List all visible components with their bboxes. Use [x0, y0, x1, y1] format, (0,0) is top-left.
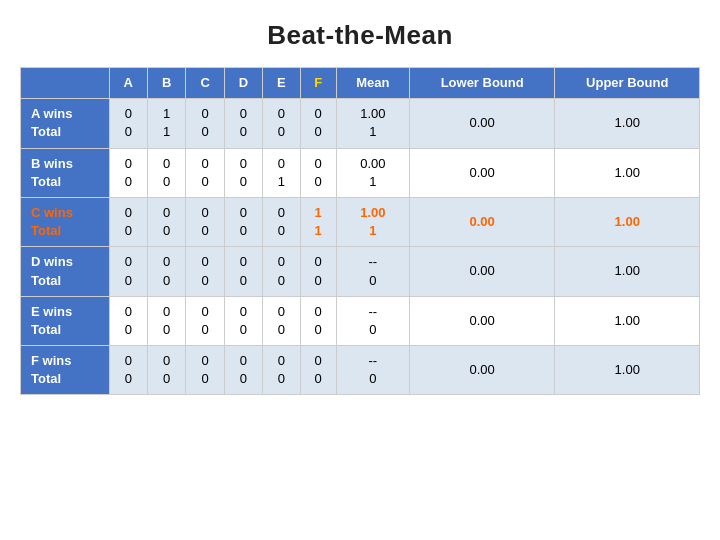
main-table: A B C D E F Mean Lower Bound Upper Bound… [20, 67, 700, 395]
cell-c: 0 0 [186, 197, 224, 246]
cell-d: 0 0 [224, 99, 262, 148]
cell-mean: -- 0 [336, 247, 409, 296]
row-label: E wins Total [21, 296, 110, 345]
cell-a: 0 0 [109, 197, 147, 246]
header-d: D [224, 68, 262, 99]
row-label: D wins Total [21, 247, 110, 296]
cell-f: 1 1 [300, 197, 336, 246]
cell-a: 0 0 [109, 99, 147, 148]
cell-lower: 0.00 [409, 346, 555, 395]
cell-f: 0 0 [300, 346, 336, 395]
table-row: A wins Total0 01 10 00 00 00 01.00 10.00… [21, 99, 700, 148]
row-label: A wins Total [21, 99, 110, 148]
cell-mean: -- 0 [336, 346, 409, 395]
cell-c: 0 0 [186, 247, 224, 296]
cell-upper: 1.00 [555, 296, 700, 345]
cell-mean: 1.00 1 [336, 197, 409, 246]
header-b: B [148, 68, 186, 99]
cell-e: 0 1 [263, 148, 300, 197]
header-upper: Upper Bound [555, 68, 700, 99]
cell-d: 0 0 [224, 247, 262, 296]
cell-b: 0 0 [148, 346, 186, 395]
cell-d: 0 0 [224, 148, 262, 197]
cell-c: 0 0 [186, 296, 224, 345]
cell-lower: 0.00 [409, 148, 555, 197]
cell-f: 0 0 [300, 247, 336, 296]
cell-lower: 0.00 [409, 99, 555, 148]
cell-e: 0 0 [263, 296, 300, 345]
cell-b: 0 0 [148, 197, 186, 246]
header-lower: Lower Bound [409, 68, 555, 99]
cell-lower: 0.00 [409, 197, 555, 246]
header-e: E [263, 68, 300, 99]
cell-c: 0 0 [186, 346, 224, 395]
cell-upper: 1.00 [555, 247, 700, 296]
cell-e: 0 0 [263, 99, 300, 148]
cell-b: 0 0 [148, 296, 186, 345]
header-mean: Mean [336, 68, 409, 99]
cell-b: 0 0 [148, 148, 186, 197]
cell-mean: -- 0 [336, 296, 409, 345]
cell-upper: 1.00 [555, 197, 700, 246]
cell-lower: 0.00 [409, 296, 555, 345]
cell-a: 0 0 [109, 247, 147, 296]
cell-f: 0 0 [300, 296, 336, 345]
header-c: C [186, 68, 224, 99]
cell-f: 0 0 [300, 99, 336, 148]
cell-upper: 1.00 [555, 346, 700, 395]
table-row: E wins Total0 00 00 00 00 00 0-- 00.001.… [21, 296, 700, 345]
cell-a: 0 0 [109, 296, 147, 345]
cell-e: 0 0 [263, 346, 300, 395]
cell-d: 0 0 [224, 346, 262, 395]
cell-d: 0 0 [224, 197, 262, 246]
table-header-row: A B C D E F Mean Lower Bound Upper Bound [21, 68, 700, 99]
table-row: D wins Total0 00 00 00 00 00 0-- 00.001.… [21, 247, 700, 296]
cell-b: 0 0 [148, 247, 186, 296]
cell-c: 0 0 [186, 148, 224, 197]
cell-a: 0 0 [109, 346, 147, 395]
cell-e: 0 0 [263, 247, 300, 296]
cell-b: 1 1 [148, 99, 186, 148]
cell-upper: 1.00 [555, 148, 700, 197]
cell-upper: 1.00 [555, 99, 700, 148]
row-label: F wins Total [21, 346, 110, 395]
row-label: B wins Total [21, 148, 110, 197]
cell-f: 0 0 [300, 148, 336, 197]
header-empty [21, 68, 110, 99]
cell-lower: 0.00 [409, 247, 555, 296]
page-title: Beat-the-Mean [267, 20, 453, 51]
cell-c: 0 0 [186, 99, 224, 148]
cell-mean: 1.00 1 [336, 99, 409, 148]
table-row: B wins Total0 00 00 00 00 10 00.00 10.00… [21, 148, 700, 197]
cell-e: 0 0 [263, 197, 300, 246]
table-row: C wins Total0 00 00 00 00 01 11.00 10.00… [21, 197, 700, 246]
table-row: F wins Total0 00 00 00 00 00 0-- 00.001.… [21, 346, 700, 395]
cell-mean: 0.00 1 [336, 148, 409, 197]
header-a: A [109, 68, 147, 99]
cell-a: 0 0 [109, 148, 147, 197]
cell-d: 0 0 [224, 296, 262, 345]
row-label: C wins Total [21, 197, 110, 246]
header-f: F [300, 68, 336, 99]
